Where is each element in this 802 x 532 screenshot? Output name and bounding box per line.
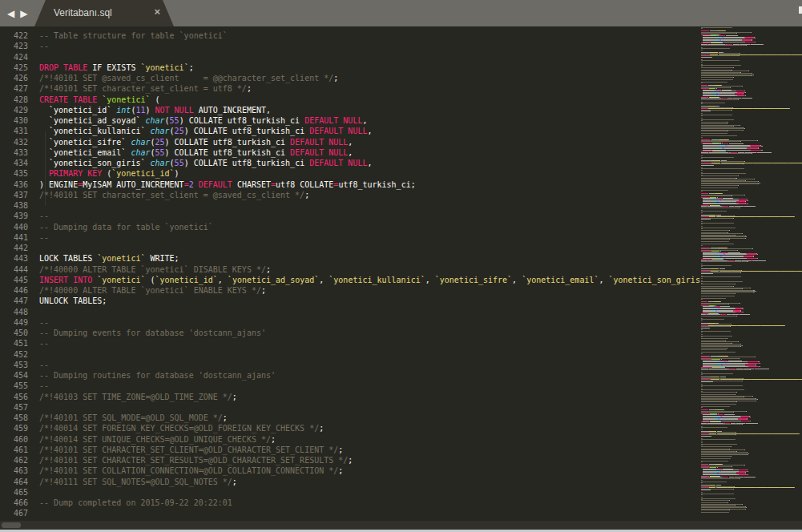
code-line[interactable]: 430 `yonetici_ad_soyad` char(55) COLLATE…	[0, 115, 701, 126]
code-line[interactable]: 445INSERT INTO `yonetici` (`yonetici_id`…	[0, 275, 701, 285]
tabbar-overflow-indicator	[799, 6, 802, 14]
line-number: 466	[0, 498, 28, 508]
code-text: --	[28, 317, 49, 328]
forward-icon[interactable]: ▶	[20, 8, 27, 19]
code-line[interactable]: 453--	[0, 360, 701, 370]
code-text: /*!40101 SET SQL_MODE=@OLD_SQL_MODE */;	[28, 413, 228, 423]
horizontal-scrollbar-thumb[interactable]	[2, 522, 21, 528]
code-line[interactable]: 428CREATE TABLE `yonetici` (	[0, 95, 701, 105]
code-text: DROP TABLE IF EXISTS `yonetici`;	[28, 62, 194, 73]
code-line[interactable]: 456/*!40103 SET TIME_ZONE=@OLD_TIME_ZONE…	[0, 392, 701, 402]
code-text: /*!40101 SET CHARACTER_SET_CLIENT=@OLD_C…	[28, 445, 343, 455]
line-number: 423	[0, 41, 28, 51]
line-number: 467	[0, 508, 28, 518]
code-text: --	[28, 41, 49, 51]
code-line[interactable]: 449--	[0, 317, 701, 328]
minimap[interactable]	[701, 27, 802, 518]
code-line[interactable]: 426/*!40101 SET @saved_cs_client = @@cha…	[0, 73, 701, 83]
code-text: LOCK TABLES `yonetici` WRITE;	[28, 253, 179, 264]
code-line[interactable]: 464/*!40111 SET SQL_NOTES=@OLD_SQL_NOTES…	[0, 477, 701, 487]
line-number: 448	[0, 307, 28, 317]
line-number: 430	[0, 115, 28, 126]
code-text: ) ENGINE=MyISAM AUTO_INCREMENT=2 DEFAULT…	[28, 179, 416, 190]
code-line[interactable]: 454-- Dumping routines for database 'dos…	[0, 370, 701, 381]
code-text: /*!40101 SET CHARACTER_SET_RESULTS=@OLD_…	[28, 455, 353, 466]
code-text: `yonetici_kullanici` char(25) COLLATE ut…	[28, 126, 372, 136]
code-line[interactable]: 446/*!40000 ALTER TABLE `yonetici` ENABL…	[0, 285, 701, 296]
code-text	[28, 487, 39, 498]
line-number: 462	[0, 455, 28, 466]
line-number: 424	[0, 52, 28, 62]
indent-guide	[45, 131, 46, 206]
code-line[interactable]: 437/*!40101 SET character_set_client = @…	[0, 190, 701, 200]
line-number: 450	[0, 328, 28, 338]
line-number: 432	[0, 137, 28, 147]
code-line[interactable]: 423--	[0, 41, 701, 51]
code-text	[28, 349, 39, 360]
code-line[interactable]: 443LOCK TABLES `yonetici` WRITE;	[0, 253, 701, 264]
code-line[interactable]: 455--	[0, 381, 701, 391]
tab-bar: ◀ ▶ Veritabanı.sql ×	[0, 0, 802, 26]
code-line[interactable]: 433 `yonetici_email` char(55) COLLATE ut…	[0, 147, 701, 158]
code-text: `yonetici_sifre` char(25) COLLATE utf8_t…	[28, 137, 353, 147]
code-text: /*!40103 SET TIME_ZONE=@OLD_TIME_ZONE */…	[28, 392, 237, 402]
code-line[interactable]: 463/*!40101 SET COLLATION_CONNECTION=@OL…	[0, 466, 701, 476]
line-number: 459	[0, 423, 28, 433]
code-line[interactable]: 447UNLOCK TABLES;	[0, 296, 701, 306]
code-line[interactable]: 462/*!40101 SET CHARACTER_SET_RESULTS=@O…	[0, 455, 701, 466]
line-number: 427	[0, 83, 28, 94]
code-text: -- Dumping events for database 'dostcann…	[28, 328, 266, 338]
code-line[interactable]: 457	[0, 402, 701, 413]
line-number: 440	[0, 222, 28, 232]
code-line[interactable]: 439--	[0, 211, 701, 221]
code-line[interactable]: 458/*!40101 SET SQL_MODE=@OLD_SQL_MODE *…	[0, 413, 701, 423]
line-number: 451	[0, 338, 28, 349]
code-line[interactable]: 451--	[0, 338, 701, 349]
code-line[interactable]: 452	[0, 349, 701, 360]
code-line[interactable]: 432 `yonetici_sifre` char(25) COLLATE ut…	[0, 137, 701, 147]
code-line[interactable]: 431 `yonetici_kullanici` char(25) COLLAT…	[0, 126, 701, 136]
tab-title: Veritabanı.sql	[54, 7, 112, 18]
code-line[interactable]: 438	[0, 200, 701, 211]
code-line[interactable]: 450-- Dumping events for database 'dostc…	[0, 328, 701, 338]
close-icon[interactable]: ×	[154, 6, 160, 17]
code-text: --	[28, 211, 49, 221]
tab-veritabani-sql[interactable]: Veritabanı.sql ×	[34, 0, 174, 26]
code-line[interactable]: 440-- Dumping data for table `yonetici`	[0, 222, 701, 232]
line-number: 429	[0, 105, 28, 115]
code-line[interactable]: 448	[0, 307, 701, 317]
code-line[interactable]: 424	[0, 52, 701, 62]
code-text: -- Table structure for table `yonetici`	[28, 30, 228, 41]
line-number: 452	[0, 349, 28, 360]
code-line[interactable]: 467	[0, 508, 701, 518]
code-line[interactable]: 459/*!40014 SET FOREIGN_KEY_CHECKS=@OLD_…	[0, 423, 701, 433]
line-number: 434	[0, 158, 28, 168]
line-number: 447	[0, 296, 28, 306]
code-text: -- Dumping routines for database 'dostca…	[28, 370, 276, 381]
horizontal-scrollbar[interactable]	[0, 521, 802, 530]
code-text: UNLOCK TABLES;	[28, 296, 107, 306]
code-text: /*!40014 SET UNIQUE_CHECKS=@OLD_UNIQUE_C…	[28, 434, 276, 445]
code-line[interactable]: 466-- Dump completed on 2015-09-22 20:22…	[0, 498, 701, 508]
code-line[interactable]: 461/*!40101 SET CHARACTER_SET_CLIENT=@OL…	[0, 445, 701, 455]
code-line[interactable]: 441--	[0, 232, 701, 243]
code-line[interactable]: 429 `yonetici_id` int(11) NOT NULL AUTO_…	[0, 105, 701, 115]
code-line[interactable]: 427/*!40101 SET character_set_client = u…	[0, 83, 701, 94]
code-line[interactable]: 465	[0, 487, 701, 498]
code-text: --	[28, 338, 49, 349]
line-number: 436	[0, 179, 28, 190]
code-lines: 422-- Table structure for table `yonetic…	[0, 26, 701, 519]
code-line[interactable]: 442	[0, 243, 701, 253]
minimap-row	[701, 514, 802, 514]
code-line[interactable]: 422-- Table structure for table `yonetic…	[0, 30, 701, 41]
code-text: INSERT INTO `yonetici` (`yonetici_id`, `…	[28, 275, 701, 285]
code-line[interactable]: 425DROP TABLE IF EXISTS `yonetici`;	[0, 62, 701, 73]
code-text	[28, 307, 39, 317]
code-line[interactable]: 460/*!40014 SET UNIQUE_CHECKS=@OLD_UNIQU…	[0, 434, 701, 445]
code-editor[interactable]: 422-- Table structure for table `yonetic…	[0, 26, 701, 521]
code-line[interactable]: 435 PRIMARY KEY (`yonetici_id`)	[0, 168, 701, 179]
back-icon[interactable]: ◀	[7, 8, 14, 19]
code-line[interactable]: 444/*!40000 ALTER TABLE `yonetici` DISAB…	[0, 264, 701, 275]
code-line[interactable]: 434 `yonetici_son_giris` char(55) COLLAT…	[0, 158, 701, 168]
code-line[interactable]: 436) ENGINE=MyISAM AUTO_INCREMENT=2 DEFA…	[0, 179, 701, 190]
